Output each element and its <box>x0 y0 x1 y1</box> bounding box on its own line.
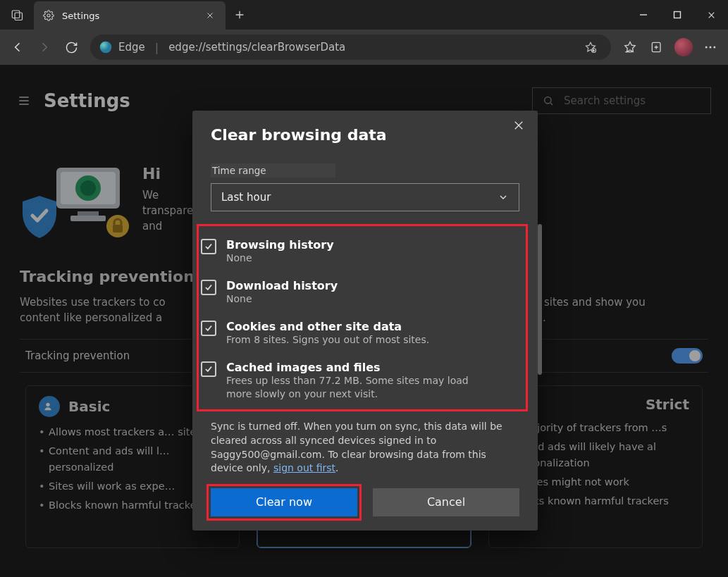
sign-out-link[interactable]: sign out first <box>273 462 335 473</box>
dialog-title: Clear browsing data <box>211 126 519 144</box>
collections-button[interactable] <box>645 35 669 59</box>
svg-point-9 <box>713 46 715 49</box>
close-window-button[interactable] <box>694 0 728 30</box>
maximize-button[interactable] <box>660 0 694 30</box>
svg-point-7 <box>705 46 708 49</box>
profile-avatar[interactable] <box>674 38 693 56</box>
close-tab-button[interactable] <box>203 8 217 23</box>
checkbox[interactable] <box>201 239 216 254</box>
forward-button[interactable] <box>32 35 56 59</box>
back-button[interactable] <box>6 35 30 59</box>
browser-name-label: Edge <box>118 41 145 54</box>
clear-browsing-data-dialog: Clear browsing data Time range Last hour… <box>192 111 538 531</box>
svg-rect-1 <box>15 13 23 20</box>
dialog-scrollbar[interactable] <box>538 224 542 375</box>
cbd-item-cookies[interactable]: Cookies and other site dataFrom 8 sites.… <box>201 313 526 354</box>
window-controls <box>627 0 728 30</box>
site-identity[interactable]: Edge <box>99 40 145 54</box>
svg-rect-0 <box>12 11 20 18</box>
cbd-item-cache[interactable]: Cached images and filesFrees up less tha… <box>201 354 526 408</box>
url-text: edge://settings/clearBrowserData <box>168 41 345 54</box>
checkbox[interactable] <box>201 280 216 295</box>
minimize-button[interactable] <box>627 0 660 30</box>
dialog-close-button[interactable] <box>512 119 525 132</box>
favorites-button[interactable] <box>618 35 642 59</box>
svg-point-4 <box>100 42 112 54</box>
sync-note: Sync is turned off. When you turn on syn… <box>192 411 538 475</box>
timerange-value: Last hour <box>221 191 271 204</box>
more-menu-button[interactable] <box>698 35 722 59</box>
cbd-item-browsing-history[interactable]: Browsing historyNone <box>201 231 526 272</box>
chevron-down-icon <box>498 192 509 203</box>
svg-point-2 <box>47 14 50 17</box>
cbd-item-download-history[interactable]: Download historyNone <box>201 272 526 313</box>
checkbox[interactable] <box>201 361 216 377</box>
svg-point-8 <box>710 46 712 49</box>
toolbar: Edge | edge://settings/clearBrowserData <box>0 30 728 65</box>
new-tab-button[interactable] <box>226 0 254 30</box>
refresh-button[interactable] <box>59 35 83 59</box>
tab-settings[interactable]: Settings <box>34 1 226 30</box>
tab-title: Settings <box>62 11 196 21</box>
timerange-label: Time range <box>211 163 335 178</box>
tab-actions-button[interactable] <box>0 0 34 30</box>
timerange-select[interactable]: Last hour <box>211 183 519 211</box>
add-favorite-icon[interactable] <box>579 35 603 59</box>
svg-rect-3 <box>674 12 681 18</box>
address-bar[interactable]: Edge | edge://settings/clearBrowserData <box>90 35 611 60</box>
titlebar: Settings <box>0 0 728 30</box>
clear-now-button[interactable]: Clear now <box>211 488 357 516</box>
gear-icon <box>42 9 55 22</box>
checkbox[interactable] <box>201 321 216 336</box>
cancel-button[interactable]: Cancel <box>373 488 519 516</box>
